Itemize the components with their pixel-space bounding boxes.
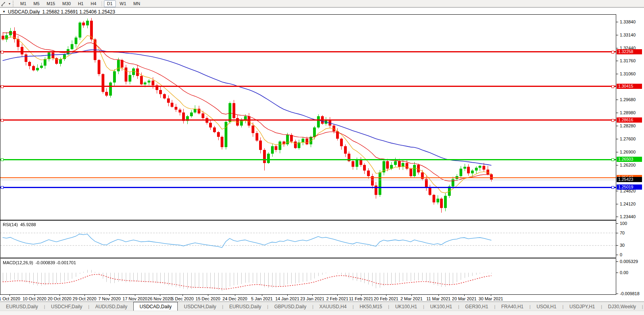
rsi-canvas[interactable] [0,221,616,257]
macd-values: -0.000839 -0.001701 [35,260,76,265]
line-studies-icon[interactable] [0,0,7,7]
chart-tab-eurusd-daily[interactable]: EURUSD,Daily [0,303,44,311]
horizontal-line-1.25547[interactable] [0,177,616,178]
rsi-axis-label: 0 [620,252,622,257]
macd-panel[interactable]: MACD(12,26,9) -0.000839 -0.001701 [0,258,616,295]
line-anchor[interactable] [611,119,614,122]
chart-tab-usoil-h1[interactable]: USOil,H1 [531,303,562,311]
chart-tab-usdcad-daily[interactable]: USDCAD,Daily [133,302,178,311]
candlestick-canvas[interactable] [0,15,616,220]
line-anchor[interactable] [1,186,4,189]
rsi-axis: 10070300 [616,220,644,258]
price-axis-tick [616,126,618,126]
date-axis-tick [438,295,439,296]
chart-tab-usdcnh-daily[interactable]: USDCNH,Daily [178,303,222,311]
line-anchor[interactable] [611,85,614,88]
footer-strip [0,311,644,315]
chart-tab-hk50-m15[interactable]: HK50,M15 [354,303,388,311]
chart-window: ▼ USDCAD,Daily 1.25682 1.25691 1.25406 1… [0,7,644,301]
horizontal-line-1.32258[interactable] [0,51,616,52]
timeframe-button-h1[interactable]: H1 [75,0,87,7]
timeframe-button-m5[interactable]: M5 [30,0,42,7]
price-axis-label: 1.33840 [620,19,636,24]
line-anchor[interactable] [1,158,4,161]
price-chart-panel[interactable] [0,14,616,220]
chart-tab-uk100-h1[interactable]: UK100,H1 [424,303,458,311]
price-axis-tick [616,165,618,165]
date-axis: 1 Oct 202010 Oct 202020 Oct 202029 Oct 2… [0,295,616,301]
horizontal-line-1.25019[interactable] [0,187,616,188]
price-axis-tick [616,22,618,22]
horizontal-line-1.26503[interactable] [0,159,616,160]
price-axis-label: 1.28980 [620,110,636,115]
date-axis-tick [411,295,412,296]
timeframe-button-d1[interactable]: D1 [104,0,116,7]
chart-title-row: ▼ USDCAD,Daily 1.25682 1.25691 1.25406 1… [2,9,115,14]
chart-tab-usdchf-daily[interactable]: USDCHF,Daily [45,303,88,311]
price-axis-label: 1.27600 [620,136,636,141]
line-price-chip: 1.28616 [617,117,642,123]
chart-tab-uk100-h1[interactable]: UK100,H1 [389,303,423,311]
timeframe-button-w1[interactable]: W1 [117,0,130,7]
rsi-panel[interactable]: RSI(14) 45.9288 [0,220,616,258]
date-axis-tick [491,295,491,296]
line-price-chip: 1.30415 [617,84,642,89]
timeframe-button-m15[interactable]: M15 [44,0,58,7]
date-axis-tick [135,295,135,296]
tool-dropdown-caret[interactable]: ▼ [7,2,12,5]
rsi-axis-tick [616,245,618,246]
date-axis-tick [183,295,183,296]
macd-label: MACD(12,26,9) -0.000839 -0.001701 [3,260,76,265]
chart-tab-audusd-daily[interactable]: AUDUSD,Daily [89,303,133,311]
price-axis-label: 1.33140 [620,33,636,37]
horizontal-line-1.30415[interactable] [0,86,616,87]
current-price-line [0,180,616,180]
macd-name: MACD(12,26,9) [3,260,33,265]
line-anchor[interactable] [1,119,4,122]
line-anchor[interactable] [1,85,4,88]
date-axis-tick [208,295,208,296]
chart-tab-ger30-h1[interactable]: GER30,H1 [459,303,494,311]
macd-axis-tick [616,261,618,262]
chart-tab-eurusd-daily[interactable]: EURUSD,Daily [223,303,267,311]
date-axis-tick [10,295,10,296]
price-axis-label: 1.29680 [620,97,636,102]
price-axis-label: 1.24120 [620,202,636,206]
toolbar-grip [13,1,15,6]
macd-axis-label: 0.00 [620,270,628,275]
chart-title: USDCAD,Daily [8,9,40,15]
price-axis-tick [616,217,618,217]
macd-axis-tick [616,294,618,294]
date-axis-tick [287,295,288,296]
timeframe-button-m30[interactable]: M30 [59,0,74,7]
chart-tab-gbpusd-daily[interactable]: GBPUSD,Daily [268,303,312,311]
rsi-value: 45.9288 [20,222,36,227]
macd-canvas[interactable] [0,259,616,294]
toolbar: ▼ M1M5M15M30H1H4D1W1MN [0,0,644,8]
price-axis-label: 1.26200 [620,163,636,167]
timeframe-button-mn[interactable]: MN [130,0,143,7]
horizontal-line-1.28616[interactable] [0,119,616,121]
price-axis: 1.322581.304151.286161.265031.255471.250… [616,14,644,220]
line-anchor[interactable] [611,186,614,189]
line-anchor[interactable] [611,158,614,161]
line-anchor[interactable] [1,51,4,54]
chart-tab-xauusd-h4[interactable]: XAUUSD,H4 [313,303,353,311]
date-axis-label: 30 Mar 2021 [473,296,509,301]
price-axis-label: 1.28280 [620,123,636,128]
chart-tab-fra40-h1[interactable]: FRA40,H1 [495,303,529,311]
price-axis-tick [616,48,618,48]
line-price-chip: 1.25019 [617,184,642,190]
rsi-axis-label: 70 [620,230,625,235]
rsi-axis-label: 30 [620,243,625,248]
line-anchor[interactable] [611,51,614,54]
timeframe-button-h4[interactable]: H4 [87,0,99,7]
price-axis-tick [616,139,618,139]
price-axis-label: 1.31760 [620,58,636,63]
chart-tab-dj30-weekly[interactable]: DJ30,Weekly [602,303,642,311]
date-axis-tick [160,295,160,296]
rsi-name: RSI(14) [3,222,18,227]
collapse-chevron-icon[interactable]: ▼ [2,10,6,14]
timeframe-button-m1[interactable]: M1 [17,0,29,7]
chart-tab-usdjpy-h1[interactable]: USDJPY,H1 [563,303,601,311]
